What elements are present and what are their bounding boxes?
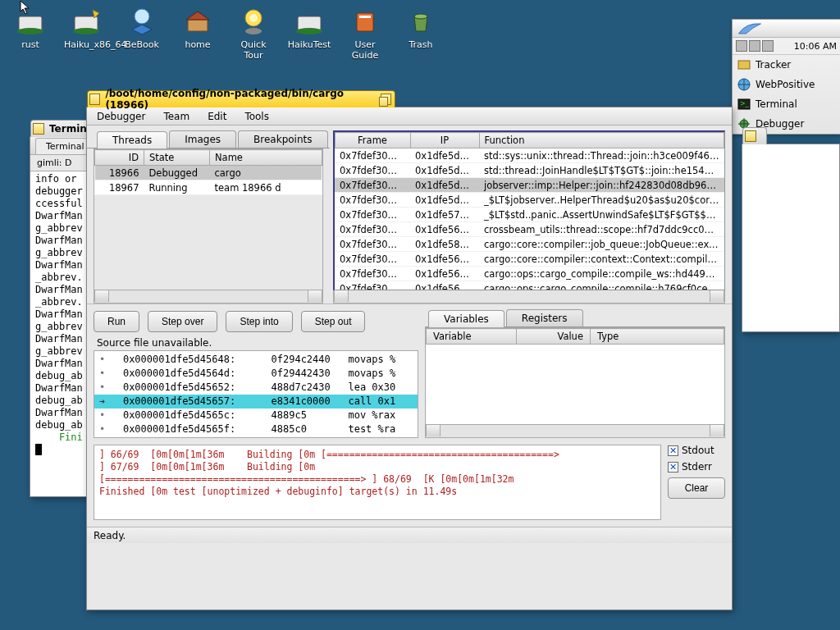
source-note: Source file unavailable. — [97, 337, 418, 349]
col-name[interactable]: Name — [210, 150, 322, 166]
svg-point-4 — [73, 28, 99, 34]
desktop-icon-haikutest[interactable]: HaikuTest — [287, 5, 331, 61]
stdout-checkbox[interactable]: ✕Stdout — [668, 445, 725, 456]
clear-button[interactable]: Clear — [668, 477, 725, 499]
globe-icon — [737, 78, 751, 91]
step-over-button[interactable]: Step over — [148, 311, 217, 332]
desktop-icon-label: home — [176, 39, 220, 50]
desktop-icon-bebook[interactable]: BeBook — [120, 5, 164, 61]
menu-tools[interactable]: Tools — [244, 111, 269, 122]
io-console[interactable]: ] 66/69 [0m[0m[1m[36m Building [0m [====… — [94, 445, 661, 520]
col-value[interactable]: Value — [517, 329, 591, 345]
stderr-checkbox[interactable]: ✕Stderr — [668, 461, 725, 472]
svg-rect-6 — [188, 20, 208, 31]
tab-breakpoints[interactable]: Breakpoints — [238, 130, 327, 148]
step-out-button[interactable]: Step out — [301, 311, 366, 332]
desktop-icon-userguide[interactable]: User Guide — [343, 5, 387, 61]
svg-marker-3 — [93, 10, 99, 18]
variables-pane: Variables Registers Variable Value Type — [425, 311, 725, 438]
tab-images[interactable]: Images — [169, 130, 236, 148]
svg-point-8 — [245, 28, 262, 34]
desktop-icon-label: rust — [8, 39, 52, 50]
close-icon[interactable] — [745, 130, 756, 142]
col-id[interactable]: ID — [95, 150, 144, 166]
col-ip[interactable]: IP — [410, 133, 479, 148]
svg-marker-7 — [186, 11, 209, 20]
menu-edit[interactable]: Edit — [208, 111, 226, 122]
tracker-titlebar[interactable] — [742, 127, 767, 144]
tab-variables[interactable]: Variables — [428, 310, 504, 327]
desktop-icon-rust[interactable]: rust — [8, 5, 52, 61]
table-row[interactable]: 0x7fdef30…0x1dfe581…cargo::core::compile… — [335, 237, 724, 252]
window-title: /boot/home/config/non-packaged/bin/cargo… — [105, 88, 375, 111]
table-row[interactable]: 18967Runningteam 18966 d — [95, 180, 322, 195]
stdout-label: Stdout — [682, 445, 714, 456]
tab-registers[interactable]: Registers — [506, 309, 583, 326]
table-row[interactable]: 0x7fdef30…0x1dfe568…crossbeam_utils::thr… — [335, 222, 724, 237]
col-type[interactable]: Type — [591, 329, 724, 345]
desktop-icon-quicktour[interactable]: Quick Tour — [231, 5, 276, 61]
deskbar-item-terminal[interactable]: >_ Terminal — [733, 94, 840, 114]
table-row[interactable]: 0x7fdef30…0x1dfe566…cargo::ops::cargo_co… — [335, 281, 724, 291]
threads-hscroll[interactable] — [94, 290, 323, 304]
step-into-button[interactable]: Step into — [226, 311, 292, 332]
table-row[interactable]: 18966Debuggedcargo — [95, 166, 322, 180]
vars-hscroll[interactable] — [425, 425, 725, 438]
run-button[interactable]: Run — [94, 311, 139, 332]
svg-rect-16 — [738, 61, 750, 69]
tab-threads[interactable]: Threads — [97, 131, 167, 148]
deskbar-item-tracker[interactable]: Tracker — [733, 55, 840, 75]
desktop-icon-label: HaikuTest — [287, 39, 331, 50]
threads-table[interactable]: ID State Name 18966Debuggedcargo18967Run… — [94, 149, 322, 195]
debugger-titlebar[interactable]: /boot/home/config/non-packaged/bin/cargo… — [87, 90, 395, 107]
debugger-window[interactable]: /boot/home/config/non-packaged/bin/cargo… — [86, 107, 733, 610]
terminal-icon: >_ — [737, 98, 751, 111]
col-frame[interactable]: Frame — [335, 133, 410, 148]
table-row[interactable]: 0x7fdef30…0x1dfe5d4…std::thread::JoinHan… — [335, 163, 724, 178]
stderr-label: Stderr — [682, 461, 712, 472]
close-icon[interactable] — [33, 123, 44, 135]
table-row[interactable]: 0x7fdef30…0x1dfe5d4…jobserver::imp::Help… — [335, 178, 724, 193]
table-row[interactable]: 0x7fdef30…0x1dfe5d4…_$LT$jobserver..Help… — [335, 193, 724, 208]
step-buttons: Run Step over Step into Step out — [94, 311, 418, 332]
tracker-icon — [737, 58, 751, 71]
tray-icons[interactable] — [736, 40, 774, 52]
svg-point-15 — [414, 14, 427, 19]
desktop-icon-label: Trash — [399, 39, 443, 50]
desktop-icon-label: Haiku_x86_64 — [64, 39, 108, 50]
menu-team[interactable]: Team — [163, 111, 189, 122]
table-row[interactable]: 0x7fdef30…0x1dfe5d8…std::sys::unix::thre… — [335, 148, 724, 163]
svg-rect-14 — [359, 16, 371, 18]
col-variable[interactable]: Variable — [427, 329, 517, 345]
desktop-icon-trash[interactable]: Trash — [399, 5, 443, 61]
table-row[interactable]: 0x7fdef30…0x1dfe566…cargo::ops::cargo_co… — [335, 267, 724, 281]
deskbar-item-webpositive[interactable]: WebPositive — [733, 75, 840, 94]
disassembly[interactable]: 0x000001dfe5d45648: 0f294c2440 movaps % … — [94, 350, 418, 438]
leaf-icon — [737, 21, 762, 36]
desktop-icon-home[interactable]: home — [176, 5, 220, 61]
col-state[interactable]: State — [144, 150, 210, 166]
statusbar: Ready. — [87, 527, 732, 543]
svg-point-1 — [17, 28, 43, 34]
deskbar-item-label: Tracker — [756, 59, 791, 71]
table-row[interactable]: 0x7fdef30…0x1dfe57e…_$LT$std..panic..Ass… — [335, 208, 724, 222]
threads-pane: Threads Images Breakpoints ID State Name… — [87, 126, 330, 304]
deskbar-leaf-menu[interactable] — [733, 20, 840, 38]
desktop-icon-haiku[interactable]: Haiku_x86_64 — [64, 5, 108, 61]
menu-debugger[interactable]: Debugger — [97, 111, 145, 122]
svg-point-12 — [296, 28, 322, 34]
close-icon[interactable] — [89, 94, 100, 105]
stack-pane: Frame IP Function 0x7fdef30…0x1dfe5d8…st… — [330, 126, 732, 304]
stack-table[interactable]: Frame IP Function 0x7fdef30…0x1dfe5d8…st… — [335, 132, 724, 290]
zoom-icon[interactable] — [381, 94, 391, 105]
variables-table[interactable]: Variable Value Type — [425, 327, 725, 425]
deskbar: 10:06 AM Tracker WebPositive >_ Terminal… — [732, 19, 840, 135]
clock[interactable]: 10:06 AM — [794, 41, 837, 52]
deskbar-item-label: WebPositive — [756, 79, 815, 90]
window-title: Termin — [49, 123, 87, 135]
stack-hscroll[interactable] — [333, 290, 725, 304]
tracker-window[interactable] — [742, 144, 840, 332]
table-row[interactable]: 0x7fdef30…0x1dfe569…cargo::core::compile… — [335, 252, 724, 267]
col-function[interactable]: Function — [479, 133, 724, 148]
deskbar-item-label: Terminal — [756, 98, 797, 110]
